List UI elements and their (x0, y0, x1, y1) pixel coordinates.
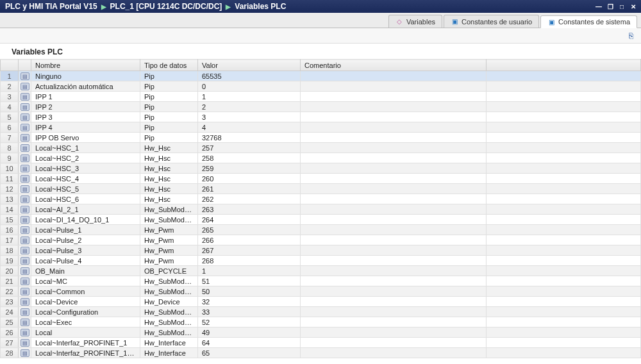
cell-valor[interactable]: 266 (198, 235, 301, 245)
cell-tipo[interactable]: Pip (140, 112, 198, 122)
table-row[interactable]: 11▤Local~HSC_4Hw_Hsc260 (1, 174, 641, 184)
col-tipo[interactable]: Tipo de datos (140, 60, 198, 71)
cell-comentario[interactable] (301, 174, 487, 184)
cell-valor[interactable]: 268 (198, 256, 301, 266)
cell-comentario[interactable] (301, 307, 487, 317)
table-row[interactable]: 28▤Local~Interfaz_PROFINET_1~Puert...Hw_… (1, 348, 641, 358)
table-row[interactable]: 22▤Local~CommonHw_SubModule50 (1, 286, 641, 297)
cell-nombre[interactable]: Local~DI_14_DQ_10_1 (31, 215, 140, 225)
cell-tipo[interactable]: Pip (140, 102, 198, 112)
cell-nombre[interactable]: Local~HSC_1 (31, 143, 140, 153)
row-number[interactable]: 4 (1, 102, 19, 112)
cell-tipo[interactable]: OB_PCYCLE (140, 266, 198, 276)
table-row[interactable]: 12▤Local~HSC_5Hw_Hsc261 (1, 184, 641, 194)
cell-nombre[interactable]: Local~Interfaz_PROFINET_1 (31, 338, 140, 348)
cell-tipo[interactable]: Hw_Hsc (140, 163, 198, 174)
cell-nombre[interactable]: Local~Pulse_3 (31, 245, 140, 256)
cell-valor[interactable]: 2 (198, 102, 301, 112)
cell-tipo[interactable]: Hw_Pwm (140, 225, 198, 235)
row-number[interactable]: 6 (1, 122, 19, 133)
table-row[interactable]: 6▤IPP 4Pip4 (1, 122, 641, 133)
cell-comentario[interactable] (301, 184, 487, 194)
cell-comentario[interactable] (301, 81, 487, 92)
cell-tipo[interactable]: Hw_Pwm (140, 256, 198, 266)
cell-comentario[interactable] (301, 245, 487, 256)
table-row[interactable]: 24▤Local~ConfigurationHw_SubModule33 (1, 307, 641, 317)
cell-nombre[interactable]: Local~HSC_4 (31, 174, 140, 184)
minimize-button[interactable]: — (594, 2, 604, 11)
row-number[interactable]: 19 (1, 256, 19, 266)
cell-comentario[interactable] (301, 204, 487, 215)
cell-tipo[interactable]: Pip (140, 81, 198, 92)
row-number[interactable]: 20 (1, 266, 19, 276)
cell-tipo[interactable]: Hw_Interface (140, 348, 198, 358)
cell-comentario[interactable] (301, 225, 487, 235)
cell-tipo[interactable]: Hw_Hsc (140, 194, 198, 204)
cell-tipo[interactable]: Hw_Interface (140, 338, 198, 348)
cell-valor[interactable]: 65 (198, 348, 301, 358)
cell-tipo[interactable]: Hw_SubModule (140, 317, 198, 327)
row-number[interactable]: 10 (1, 163, 19, 174)
col-rownum[interactable] (1, 60, 19, 71)
cell-tipo[interactable]: Hw_SubModule (140, 204, 198, 215)
restore-button[interactable]: ❐ (605, 2, 615, 11)
row-number[interactable]: 17 (1, 235, 19, 245)
table-row[interactable]: 17▤Local~Pulse_2Hw_Pwm266 (1, 235, 641, 245)
row-number[interactable]: 7 (1, 133, 19, 143)
cell-nombre[interactable]: IPP 4 (31, 122, 140, 133)
table-row[interactable]: 21▤Local~MCHw_SubModule51 (1, 276, 641, 286)
cell-nombre[interactable]: Local~HSC_6 (31, 194, 140, 204)
table-row[interactable]: 16▤Local~Pulse_1Hw_Pwm265 (1, 225, 641, 235)
cell-valor[interactable]: 64 (198, 338, 301, 348)
row-number[interactable]: 13 (1, 194, 19, 204)
cell-tipo[interactable]: Hw_SubModule (140, 276, 198, 286)
cell-valor[interactable]: 49 (198, 327, 301, 338)
table-row[interactable]: 14▤Local~AI_2_1Hw_SubModule263 (1, 204, 641, 215)
cell-nombre[interactable]: Local~Pulse_4 (31, 256, 140, 266)
cell-comentario[interactable] (301, 92, 487, 102)
row-number[interactable]: 21 (1, 276, 19, 286)
cell-valor[interactable]: 260 (198, 174, 301, 184)
cell-nombre[interactable]: Local~HSC_2 (31, 153, 140, 163)
cell-valor[interactable]: 257 (198, 143, 301, 153)
tab-system-constants[interactable]: ▣ Constantes de sistema (540, 15, 637, 28)
row-number[interactable]: 23 (1, 297, 19, 307)
cell-valor[interactable]: 4 (198, 122, 301, 133)
table-row[interactable]: 15▤Local~DI_14_DQ_10_1Hw_SubModule264 (1, 215, 641, 225)
tab-variables[interactable]: ◇ Variables (388, 15, 442, 28)
cell-tipo[interactable]: Hw_Hsc (140, 184, 198, 194)
cell-nombre[interactable]: Local~Interfaz_PROFINET_1~Puert... (31, 348, 140, 358)
cell-tipo[interactable]: Hw_Hsc (140, 153, 198, 163)
cell-nombre[interactable]: Local~Pulse_2 (31, 235, 140, 245)
cell-valor[interactable]: 3 (198, 112, 301, 122)
cell-valor[interactable]: 1 (198, 266, 301, 276)
table-row[interactable]: 2▤Actualización automáticaPip0 (1, 81, 641, 92)
cell-valor[interactable]: 33 (198, 307, 301, 317)
cell-nombre[interactable]: Local~Common (31, 286, 140, 297)
cell-nombre[interactable]: Local~AI_2_1 (31, 204, 140, 215)
cell-comentario[interactable] (301, 143, 487, 153)
cell-comentario[interactable] (301, 163, 487, 174)
cell-nombre[interactable]: Local~Pulse_1 (31, 225, 140, 235)
cell-comentario[interactable] (301, 102, 487, 112)
cell-comentario[interactable] (301, 71, 487, 81)
cell-nombre[interactable]: Local (31, 327, 140, 338)
export-icon[interactable]: ⎘ (626, 31, 636, 41)
cell-tipo[interactable]: Hw_Pwm (140, 245, 198, 256)
table-row[interactable]: 4▤IPP 2Pip2 (1, 102, 641, 112)
table-row[interactable]: 25▤Local~ExecHw_SubModule52 (1, 317, 641, 327)
cell-comentario[interactable] (301, 286, 487, 297)
cell-comentario[interactable] (301, 266, 487, 276)
row-number[interactable]: 16 (1, 225, 19, 235)
cell-valor[interactable]: 265 (198, 225, 301, 235)
cell-comentario[interactable] (301, 133, 487, 143)
cell-comentario[interactable] (301, 122, 487, 133)
cell-valor[interactable]: 262 (198, 194, 301, 204)
table-row[interactable]: 13▤Local~HSC_6Hw_Hsc262 (1, 194, 641, 204)
cell-tipo[interactable]: Hw_Pwm (140, 235, 198, 245)
cell-nombre[interactable]: Actualización automática (31, 81, 140, 92)
cell-comentario[interactable] (301, 194, 487, 204)
cell-tipo[interactable]: Hw_SubModule (140, 286, 198, 297)
cell-valor[interactable]: 0 (198, 81, 301, 92)
cell-tipo[interactable]: Hw_SubModule (140, 307, 198, 317)
